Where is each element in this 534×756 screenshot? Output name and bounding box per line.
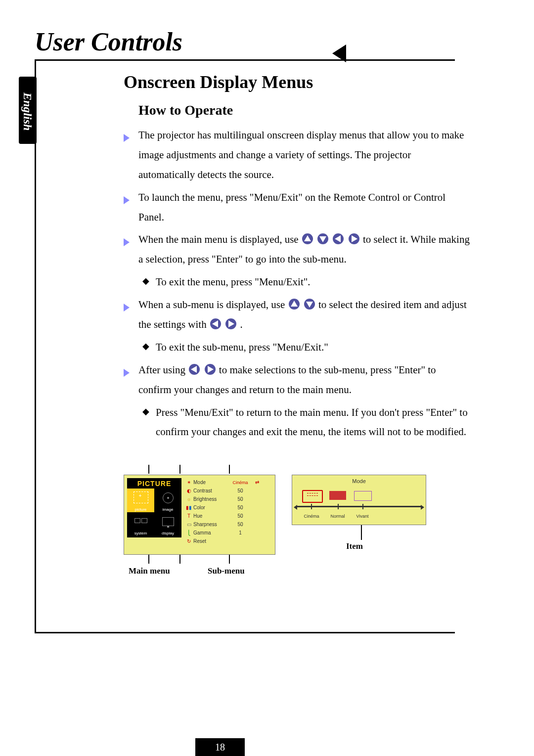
osd-row: ✶ModeCinéma ⇄ <box>184 478 272 487</box>
osd-tab-label: image <box>154 507 181 512</box>
osd-header: PICTURE <box>127 478 181 489</box>
osd-main-menu: PICTURE picture image system display ✶Mo… <box>124 475 275 555</box>
sub-list-item: ◆ To exit the menu, press "Menu/Exit". <box>124 272 470 292</box>
slider-tick <box>338 504 339 509</box>
rule-left <box>35 59 36 633</box>
osd-tab-label: display <box>154 531 181 535</box>
osd-row-value: 50 <box>225 522 255 527</box>
list-text: Press "Menu/Exit" to return to the main … <box>156 406 468 438</box>
svg-marker-11 <box>124 304 130 311</box>
left-key-icon <box>210 318 222 330</box>
down-key-icon <box>304 298 315 310</box>
osd-tab-label: picture <box>127 507 154 512</box>
subsection-heading: How to Operate <box>138 102 470 118</box>
osd-row: ⎩Gamma1 <box>184 529 272 537</box>
bullet-arrow-icon <box>124 191 130 211</box>
callout-tick <box>148 465 149 474</box>
figure-caption-main: Main menu <box>129 566 170 576</box>
osd-settings-list: ✶ModeCinéma ⇄ ◐Contrast50 ☼Brightness50 … <box>184 478 272 545</box>
osd-tab-picture: picture <box>127 489 154 512</box>
callout-tick <box>148 555 149 564</box>
list-item: The projector has multilingual onscreen … <box>124 126 470 185</box>
osd-row-value: Cinéma <box>225 480 255 485</box>
rule-bottom <box>35 632 455 633</box>
up-key-icon <box>302 233 313 245</box>
page-number-badge: 18 <box>195 738 245 756</box>
callout-tick <box>179 465 180 474</box>
callout-tick <box>179 555 180 564</box>
brightness-icon: ☼ <box>184 496 193 502</box>
list-text: To exit the menu, press "Menu/Exit". <box>156 276 311 288</box>
svg-marker-20 <box>124 369 130 377</box>
osd-row-label: Contrast <box>193 488 225 493</box>
osd-row-label: Sharpness <box>193 522 225 527</box>
bullet-diamond-icon: ◆ <box>142 403 149 420</box>
list-item: To launch the menu, press "Menu/Exit" on… <box>124 188 470 227</box>
osd-row: ☼Brightness50 <box>184 495 272 503</box>
osd-row-value: 1 <box>225 530 255 535</box>
osd-item-selector: Mode Cinéma Normal Vivant <box>292 475 426 525</box>
osd-tab-image: image <box>154 489 181 512</box>
list-text: When the main menu is displayed, use <box>138 233 301 245</box>
sharpness-icon: ▭ <box>184 522 193 527</box>
osd-row-label: Reset <box>193 538 225 544</box>
osd-row: ▮▮Color50 <box>184 503 272 512</box>
osd-row: ◐Contrast50 <box>184 487 272 495</box>
list-item: When a sub-menu is displayed, use to sel… <box>124 295 470 335</box>
left-key-icon <box>188 363 200 375</box>
callout-tick <box>229 465 230 474</box>
slider-track <box>297 506 421 507</box>
sub-list-item: ◆ To exit the sub-menu, press "Menu/Exit… <box>124 338 470 357</box>
figure-caption-sub: Sub-menu <box>208 566 245 576</box>
contrast-icon: ◐ <box>184 488 193 493</box>
section-heading: Onscreen Display Menus <box>124 72 470 92</box>
osd-row-label: Hue <box>193 513 225 519</box>
osd-tab-label: system <box>127 531 154 535</box>
osd-tab-system: system <box>127 512 154 536</box>
hue-icon: T <box>184 513 193 519</box>
option-label: Normal <box>328 514 348 519</box>
osd-row-value: 50 <box>225 496 255 502</box>
right-key-icon <box>225 318 237 330</box>
osd-row: ↻Reset <box>184 537 272 545</box>
list-text: After using <box>138 364 188 376</box>
osd-row-value: 50 <box>225 513 255 519</box>
osd-tab-display: display <box>154 512 181 536</box>
osd-row-label: Color <box>193 505 225 510</box>
osd-row-label: Brightness <box>193 496 225 502</box>
option-label: Vivant <box>353 514 372 519</box>
list-text: . <box>240 318 242 330</box>
down-key-icon <box>317 233 329 245</box>
bullet-arrow-icon <box>124 299 130 318</box>
list-text: To exit the sub-menu, press "Menu/Exit." <box>156 341 328 353</box>
option-cinema-icon <box>302 490 323 503</box>
color-icon: ▮▮ <box>184 505 193 510</box>
bullet-diamond-icon: ◆ <box>142 338 149 355</box>
osd-row-label: Gamma <box>193 530 225 535</box>
slider-tick <box>362 504 363 509</box>
callout-tick <box>229 555 230 564</box>
up-key-icon <box>288 298 300 310</box>
bullet-diamond-icon: ◆ <box>142 272 149 289</box>
svg-marker-1 <box>124 196 130 204</box>
swap-icon: ⇄ <box>255 480 259 485</box>
option-label: Cinéma <box>302 514 321 519</box>
arrow-right-icon <box>421 505 424 510</box>
figure-caption-item: Item <box>346 541 363 551</box>
slider-tick <box>311 504 312 509</box>
bullet-arrow-icon <box>124 129 130 149</box>
svg-marker-0 <box>124 134 130 142</box>
bullet-arrow-icon <box>124 233 130 253</box>
osd-row: ▭Sharpness50 <box>184 520 272 529</box>
page-title: User Controls <box>35 27 182 56</box>
svg-marker-2 <box>124 238 130 246</box>
bullet-arrow-icon <box>124 364 130 384</box>
list-text: The projector has multilingual onscreen … <box>138 129 464 180</box>
rule-top <box>35 59 455 61</box>
reset-icon: ↻ <box>184 538 193 544</box>
list-text: To launch the menu, press "Menu/Exit" on… <box>138 191 445 223</box>
list-item: When the main menu is displayed, use to … <box>124 230 470 269</box>
osd-row: THue50 <box>184 512 272 520</box>
mode-icon: ✶ <box>184 480 193 485</box>
list-item: After using to make selections to the su… <box>124 360 470 400</box>
